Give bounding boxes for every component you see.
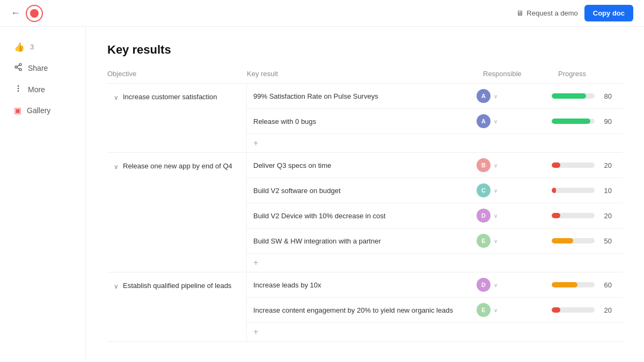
progress-bar-wrap-3-1 xyxy=(552,282,595,287)
sidebar-item-more[interactable]: More xyxy=(3,80,82,99)
objective-group-2: ∨ Release one new app by end of Q4 Deliv… xyxy=(107,153,623,272)
progress-bar-3-2 xyxy=(552,307,560,313)
sidebar-item-share[interactable]: Share xyxy=(3,58,82,78)
chevron-small-1-1[interactable]: ∨ xyxy=(494,93,497,99)
responsible-2-2: C ∨ xyxy=(477,183,552,197)
progress-bar-2-3 xyxy=(552,213,560,218)
progress-bar-1-1 xyxy=(552,93,586,99)
progress-cell-2-2: 10 xyxy=(552,187,616,195)
kr-row-2-3: Build V2 Device with 10% decrease in cos… xyxy=(247,203,623,228)
kr-text-1-1: 99% Satisfaction Rate on Pulse Surveys xyxy=(253,92,477,100)
likes-count: 3 xyxy=(30,43,34,51)
chevron-small-3-1[interactable]: ∨ xyxy=(494,282,497,288)
progress-cell-2-4: 50 xyxy=(552,237,616,245)
copy-doc-button[interactable]: Copy doc xyxy=(584,5,633,21)
like-icon: 👍 xyxy=(14,42,25,52)
progress-bar-3-1 xyxy=(552,282,577,287)
chevron-small-2-1[interactable]: ∨ xyxy=(494,162,497,168)
kr-row-1-1: 99% Satisfaction Rate on Pulse Surveys A… xyxy=(247,84,623,109)
page-title: Key results xyxy=(107,43,623,57)
table-body: ∨ Increase customer satisfaction 99% Sat… xyxy=(107,84,623,342)
kr-text-2-4: Build SW & HW integration with a partner xyxy=(253,237,477,245)
share-label: Share xyxy=(28,64,48,72)
table-header: Objective Key result Responsible Progres… xyxy=(107,70,623,84)
kr-row-1-2: Release with 0 bugs A ∨ 90 xyxy=(247,109,623,134)
request-demo-label: Request a demo xyxy=(526,9,577,17)
avatar-2-2: C xyxy=(477,183,491,197)
progress-cell-1-1: 80 xyxy=(552,92,616,100)
gallery-icon: ▣ xyxy=(14,106,21,115)
progress-bar-1-2 xyxy=(552,119,590,124)
kr-row-2-2: Build V2 software on budget C ∨ 10 xyxy=(247,178,623,203)
kr-col-1: 99% Satisfaction Rate on Pulse Surveys A… xyxy=(247,84,623,152)
progress-cell-2-1: 20 xyxy=(552,161,616,169)
kr-text-3-1: Increase leads by 10x xyxy=(253,281,477,289)
header-right: 🖥 Request a demo Copy doc xyxy=(516,5,633,21)
more-label: More xyxy=(28,85,45,94)
objective-group-1: ∨ Increase customer satisfaction 99% Sat… xyxy=(107,84,623,153)
kr-row-2-4: Build SW & HW integration with a partner… xyxy=(247,228,623,254)
progress-bar-2-1 xyxy=(552,162,560,168)
responsible-2-1: B ∨ xyxy=(477,158,552,172)
progress-number-1-2: 90 xyxy=(599,117,612,125)
kr-row-3-2: Increase content engagement by 20% to yi… xyxy=(247,298,623,323)
objective-cell-3: ∨ Establish qualified pipeline of leads xyxy=(107,272,247,341)
chevron-icon-2[interactable]: ∨ xyxy=(114,163,119,171)
sidebar-item-likes[interactable]: 👍 3 xyxy=(3,38,82,56)
kr-add-row-2[interactable]: + xyxy=(247,254,623,272)
responsible-3-2: E ∨ xyxy=(477,303,552,317)
add-icon-1: + xyxy=(253,138,258,148)
col-keyresult: Key result xyxy=(247,70,483,78)
demo-icon: 🖥 xyxy=(516,9,523,17)
request-demo-button[interactable]: 🖥 Request a demo xyxy=(516,9,577,17)
add-icon-3: + xyxy=(253,327,258,337)
back-button[interactable]: ← xyxy=(11,8,20,19)
logo-inner xyxy=(30,9,39,18)
kr-add-row-3[interactable]: + xyxy=(247,323,623,341)
kr-text-1-2: Release with 0 bugs xyxy=(253,117,477,125)
kr-row-2-1: Deliver Q3 specs on time B ∨ 20 xyxy=(247,153,623,178)
progress-number-2-4: 50 xyxy=(599,237,612,245)
progress-bar-wrap-3-2 xyxy=(552,307,595,313)
avatar-2-4: E xyxy=(477,234,491,248)
col-objective: Objective xyxy=(107,70,247,78)
chevron-small-3-2[interactable]: ∨ xyxy=(494,307,497,313)
col-progress: Progress xyxy=(558,70,623,78)
svg-point-5 xyxy=(18,85,19,87)
back-icon: ← xyxy=(11,8,20,19)
progress-number-3-2: 20 xyxy=(599,306,612,314)
chevron-small-2-3[interactable]: ∨ xyxy=(494,213,497,219)
responsible-1-2: A ∨ xyxy=(477,114,552,128)
kr-add-row-1[interactable]: + xyxy=(247,134,623,152)
progress-bar-wrap-2-1 xyxy=(552,162,595,168)
more-icon xyxy=(14,84,23,95)
progress-bar-wrap-2-3 xyxy=(552,213,595,218)
kr-text-2-3: Build V2 Device with 10% decrease in cos… xyxy=(253,212,477,220)
avatar-3-2: E xyxy=(477,303,491,317)
content: Key results Objective Key result Respons… xyxy=(86,27,644,362)
progress-cell-3-1: 60 xyxy=(552,281,616,289)
avatar-2-1: B xyxy=(477,158,491,172)
kr-text-2-2: Build V2 software on budget xyxy=(253,187,477,195)
svg-point-2 xyxy=(19,69,21,71)
chevron-icon-3[interactable]: ∨ xyxy=(114,283,119,290)
progress-bar-wrap-1-2 xyxy=(552,119,595,124)
header: ← 🖥 Request a demo Copy doc xyxy=(0,0,644,27)
chevron-small-2-2[interactable]: ∨ xyxy=(494,188,497,194)
svg-line-4 xyxy=(17,65,20,67)
chevron-small-1-2[interactable]: ∨ xyxy=(494,119,497,124)
add-icon-2: + xyxy=(253,258,258,268)
sidebar-item-gallery[interactable]: ▣ Gallery xyxy=(3,101,82,120)
chevron-small-2-4[interactable]: ∨ xyxy=(494,238,497,244)
chevron-icon-1[interactable]: ∨ xyxy=(114,94,119,101)
kr-col-2: Deliver Q3 specs on time B ∨ 20 xyxy=(247,153,623,272)
kr-text-2-1: Deliver Q3 specs on time xyxy=(253,161,477,169)
kr-text-3-2: Increase content engagement by 20% to yi… xyxy=(253,306,477,314)
objective-text-2: Release one new app by end of Q4 xyxy=(123,161,232,171)
objective-group-3: ∨ Establish qualified pipeline of leads … xyxy=(107,272,623,342)
responsible-1-1: A ∨ xyxy=(477,89,552,103)
progress-bar-2-4 xyxy=(552,238,573,243)
sidebar: 👍 3 Share More ▣ Gallery xyxy=(0,27,86,362)
progress-cell-1-2: 90 xyxy=(552,117,616,125)
share-icon xyxy=(14,63,23,73)
